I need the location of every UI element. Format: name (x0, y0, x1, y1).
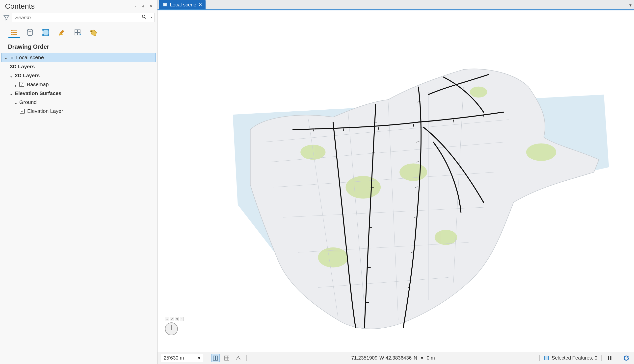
svg-rect-4 (42, 29, 44, 30)
list-by-source-icon[interactable] (25, 28, 35, 37)
divider (618, 355, 618, 361)
constraints-icon[interactable] (234, 354, 242, 362)
pause-icon[interactable] (605, 354, 614, 362)
svg-point-16 (346, 176, 381, 198)
svg-rect-7 (48, 34, 49, 36)
tree-2d-layers-row[interactable]: 2D Layers (2, 71, 156, 80)
coordinates-readout: 71.2351909°W 42.3836436°N ▾ 0 m (351, 355, 435, 361)
contents-pane: Contents (0, 0, 158, 364)
3d-layers-label: 3D Layers (10, 64, 35, 70)
contents-title: Contents (5, 2, 35, 10)
refresh-icon[interactable] (622, 354, 630, 362)
svg-point-22 (526, 144, 556, 161)
selection-icon (544, 355, 549, 361)
view-tab-label: Local scene (170, 2, 196, 8)
contents-view-tabs (0, 24, 157, 37)
close-icon[interactable] (148, 4, 154, 9)
snapping-grid-icon[interactable] (211, 354, 220, 362)
chevron-down-icon[interactable]: ▾ (421, 355, 423, 361)
divider (246, 355, 247, 361)
chevron-down-icon[interactable] (133, 4, 138, 9)
divider (539, 355, 540, 361)
svg-rect-5 (48, 29, 49, 30)
map-canvas[interactable]: ▴ ⤢ N ⋮ (158, 10, 634, 352)
scene-icon (9, 55, 15, 60)
tree-basemap-row[interactable]: ✓ Basemap (2, 80, 156, 89)
scale-value: 25'630 m (164, 355, 184, 361)
status-bar: 25'630 m ▾ 71.2351909°W 42.3836436°N ▾ 0… (158, 352, 634, 364)
svg-line-1 (145, 18, 146, 19)
2d-layers-label: 2D Layers (15, 72, 40, 78)
close-tab-icon[interactable]: × (199, 2, 202, 8)
svg-point-20 (300, 145, 326, 160)
view-tab-local-scene[interactable]: Local scene × (159, 0, 206, 10)
svg-rect-53 (608, 356, 609, 360)
tree-elev-layer-row[interactable]: ✓ Elevation Layer (2, 107, 156, 116)
grid-icon[interactable] (223, 354, 231, 362)
list-by-drawing-order-icon[interactable] (10, 28, 19, 37)
map-view-pane: Local scene × ▾ (158, 0, 634, 364)
view-tab-bar: Local scene × ▾ (158, 0, 634, 10)
scene-label: Local scene (16, 54, 44, 60)
list-by-selection-icon[interactable] (41, 28, 51, 37)
pin-icon[interactable] (140, 4, 146, 9)
svg-rect-15 (164, 4, 166, 6)
search-icon[interactable] (141, 14, 147, 21)
expander-icon[interactable] (10, 92, 13, 95)
coordinates-text: 71.2351909°W 42.3836436°N (351, 355, 417, 361)
basemap-label: Basemap (27, 82, 49, 87)
search-input[interactable] (12, 13, 155, 22)
search-dropdown-icon[interactable] (149, 14, 153, 21)
list-by-labeling-icon[interactable] (89, 28, 98, 37)
svg-rect-6 (42, 34, 44, 36)
svg-rect-46 (225, 356, 229, 360)
expander-icon[interactable] (10, 74, 13, 77)
svg-point-0 (142, 15, 145, 18)
scale-select[interactable]: 25'630 m ▾ (161, 354, 203, 362)
tree-ground-row[interactable]: Ground (2, 98, 156, 107)
nav-up-icon[interactable]: ▴ (165, 317, 169, 321)
nav-north-icon[interactable]: N (175, 317, 179, 321)
tree-scene-row[interactable]: Local scene (2, 53, 156, 62)
expander-icon[interactable] (4, 56, 8, 59)
svg-point-11 (91, 31, 92, 32)
map-svg (158, 10, 634, 352)
tree-elev-surfaces-row[interactable]: Elevation Surfaces (2, 89, 156, 98)
contents-header: Contents (0, 0, 157, 12)
expander-icon[interactable] (14, 83, 18, 86)
elev-layer-checkbox[interactable]: ✓ (20, 109, 25, 114)
selected-features-label: Selected Features: 0 (551, 355, 597, 361)
basemap-checkbox[interactable]: ✓ (19, 82, 24, 87)
elevation-text: 0 m (427, 355, 435, 361)
nav-full-icon[interactable]: ⤢ (170, 317, 174, 321)
layer-tree: Local scene 3D Layers 2D Layers ✓ Basema… (0, 52, 157, 116)
search-row (0, 12, 157, 24)
tree-3d-layers-row[interactable]: 3D Layers (2, 62, 156, 71)
svg-rect-54 (610, 356, 611, 360)
svg-point-2 (27, 29, 33, 32)
ground-label: Ground (19, 99, 37, 105)
view-tabs-dropdown-icon[interactable]: ▾ (629, 2, 631, 8)
filter-icon[interactable] (3, 14, 10, 21)
drawing-order-title: Drawing Order (0, 37, 157, 52)
list-by-editing-icon[interactable] (57, 28, 66, 37)
divider (601, 355, 601, 361)
list-by-snapping-icon[interactable] (73, 28, 82, 37)
nav-more-icon[interactable]: ⋮ (180, 317, 184, 321)
selected-features[interactable]: Selected Features: 0 (544, 355, 597, 361)
elev-layer-label: Elevation Layer (27, 108, 63, 114)
elev-surfaces-label: Elevation Surfaces (15, 90, 61, 96)
svg-point-19 (435, 230, 457, 245)
chevron-down-icon: ▾ (198, 355, 200, 361)
navigator-widget: ▴ ⤢ N ⋮ (165, 317, 184, 335)
svg-rect-52 (545, 356, 549, 360)
compass-icon[interactable] (165, 322, 178, 335)
expander-icon[interactable] (14, 100, 18, 104)
svg-point-51 (238, 356, 239, 357)
svg-rect-13 (11, 57, 13, 59)
scene-icon (162, 2, 167, 7)
svg-point-21 (470, 86, 487, 98)
